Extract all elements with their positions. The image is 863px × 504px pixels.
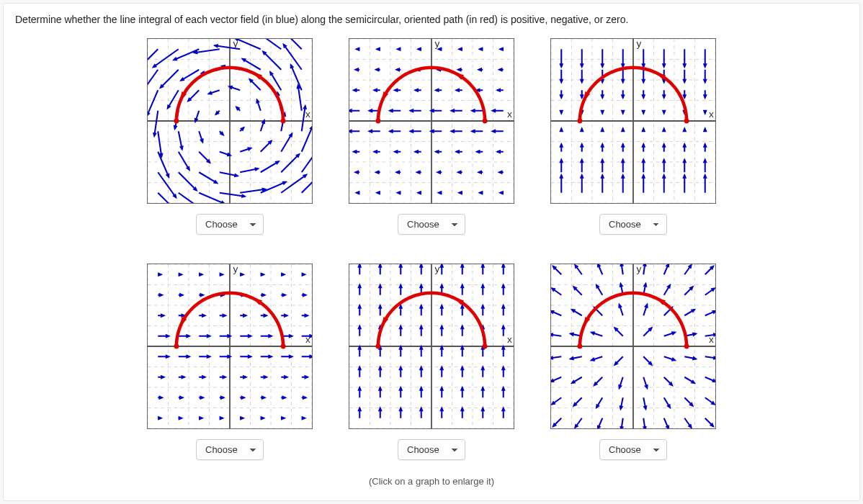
svg-marker-271 — [459, 48, 461, 50]
svg-marker-265 — [452, 109, 454, 112]
svg-marker-25 — [174, 195, 176, 198]
vector-field-plot[interactable]: xy — [349, 264, 514, 429]
svg-marker-563 — [241, 274, 243, 276]
svg-marker-905 — [711, 424, 713, 426]
svg-marker-919 — [711, 266, 713, 269]
svg-marker-199 — [370, 130, 372, 132]
svg-point-304 — [483, 119, 488, 124]
svg-marker-659 — [379, 367, 381, 369]
svg-marker-667 — [379, 285, 381, 287]
answer-select-wrap: ChoosePositiveNegativeZero — [196, 214, 264, 235]
svg-marker-523 — [207, 356, 210, 358]
svg-marker-363 — [602, 175, 604, 177]
svg-marker-877 — [670, 383, 672, 385]
svg-marker-291 — [499, 171, 501, 174]
svg-marker-413 — [663, 160, 665, 162]
svg-text:x: x — [507, 334, 512, 345]
svg-marker-71 — [242, 195, 245, 197]
svg-marker-753 — [502, 387, 504, 390]
svg-marker-837 — [596, 285, 599, 288]
svg-marker-451 — [704, 111, 706, 113]
svg-marker-501 — [179, 417, 182, 419]
svg-marker-281 — [472, 109, 474, 112]
svg-marker-407 — [643, 80, 645, 82]
answer-select-wrap: ChoosePositiveNegativeZero — [599, 439, 667, 460]
svg-marker-85 — [194, 51, 197, 53]
vector-field-plot[interactable]: xy — [147, 38, 313, 204]
svg-marker-431 — [684, 144, 686, 146]
svg-marker-885 — [668, 285, 670, 288]
svg-marker-197 — [375, 150, 377, 153]
answer-select[interactable]: ChoosePositiveNegativeZero — [599, 214, 667, 235]
svg-marker-421 — [663, 95, 665, 97]
svg-line-32 — [148, 90, 158, 115]
svg-marker-733 — [461, 264, 463, 266]
plot-cell: xyChoosePositiveNegativeZero — [550, 38, 716, 235]
svg-marker-447 — [704, 144, 706, 146]
svg-point-151 — [174, 119, 179, 124]
svg-line-54 — [199, 193, 224, 203]
svg-marker-499 — [158, 274, 161, 276]
svg-marker-59 — [207, 160, 210, 162]
svg-marker-239 — [418, 48, 420, 50]
svg-marker-95 — [236, 107, 238, 109]
svg-marker-425 — [663, 64, 665, 66]
svg-marker-503 — [180, 397, 182, 399]
answer-select[interactable]: ChoosePositiveNegativeZero — [196, 214, 264, 235]
svg-marker-705 — [441, 387, 443, 390]
svg-marker-371 — [602, 111, 604, 113]
svg-marker-251 — [436, 89, 438, 91]
answer-select[interactable]: ChoosePositiveNegativeZero — [599, 439, 667, 460]
svg-marker-721 — [461, 387, 463, 390]
svg-marker-187 — [354, 89, 356, 91]
svg-marker-751 — [502, 408, 504, 410]
svg-marker-399 — [643, 144, 645, 146]
svg-marker-245 — [436, 150, 438, 153]
plot-cell: xyChoosePositiveNegativeZero — [349, 38, 514, 235]
answer-select[interactable]: ChoosePositiveNegativeZero — [398, 439, 465, 460]
svg-marker-845 — [619, 385, 621, 388]
svg-marker-409 — [643, 64, 645, 66]
answer-select-wrap: ChoosePositiveNegativeZero — [398, 214, 465, 235]
svg-marker-365 — [602, 160, 604, 162]
svg-marker-513 — [180, 294, 182, 296]
svg-marker-517 — [200, 417, 202, 419]
svg-marker-93 — [241, 127, 243, 130]
svg-marker-593 — [283, 294, 285, 296]
svg-marker-903 — [689, 265, 691, 268]
svg-line-148 — [277, 39, 302, 49]
svg-marker-233 — [411, 109, 413, 112]
svg-marker-49 — [168, 106, 170, 109]
svg-marker-121 — [297, 154, 299, 156]
svg-marker-229 — [416, 150, 418, 153]
svg-marker-855 — [621, 264, 623, 266]
svg-marker-889 — [689, 425, 691, 428]
svg-marker-131 — [263, 52, 265, 54]
svg-marker-351 — [581, 144, 583, 146]
answer-select[interactable]: ChoosePositiveNegativeZero — [196, 439, 264, 460]
svg-marker-243 — [438, 171, 440, 174]
svg-marker-443 — [704, 175, 706, 177]
svg-marker-543 — [223, 315, 225, 317]
svg-marker-575 — [264, 315, 267, 317]
svg-marker-181 — [354, 150, 356, 153]
vector-field-plot[interactable]: xy — [550, 264, 716, 429]
svg-marker-811 — [573, 403, 576, 405]
svg-marker-603 — [310, 356, 312, 358]
vector-field-plot[interactable]: xy — [349, 38, 514, 204]
vector-field-plot[interactable]: xy — [550, 38, 716, 204]
svg-marker-353 — [581, 129, 583, 131]
svg-line-68 — [174, 49, 199, 60]
svg-marker-725 — [461, 346, 463, 348]
svg-marker-821 — [573, 287, 576, 289]
svg-marker-685 — [400, 264, 402, 266]
svg-marker-909 — [713, 379, 715, 382]
answer-select[interactable]: ChoosePositiveNegativeZero — [398, 214, 465, 235]
svg-marker-525 — [207, 335, 210, 337]
svg-marker-107 — [269, 141, 271, 143]
svg-marker-393 — [622, 64, 624, 66]
vector-field-plot[interactable]: xy — [147, 264, 313, 429]
svg-marker-333 — [560, 160, 563, 162]
svg-marker-715 — [441, 285, 443, 287]
svg-marker-397 — [643, 160, 645, 162]
